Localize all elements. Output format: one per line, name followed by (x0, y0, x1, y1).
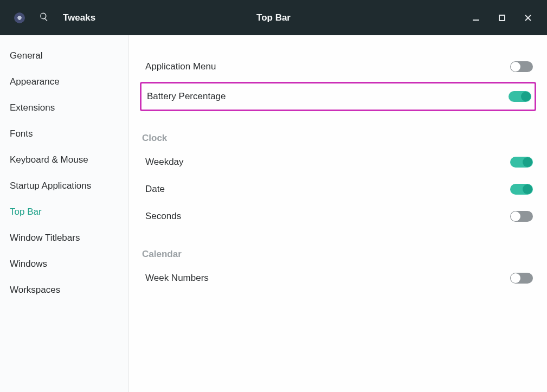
sidebar-item-top-bar[interactable]: Top Bar (0, 199, 128, 225)
sidebar-item-windows[interactable]: Windows (0, 251, 128, 277)
sidebar-item-keyboard-mouse[interactable]: Keyboard & Mouse (0, 147, 128, 173)
setting-row-weekday: Weekday (140, 150, 536, 174)
app-logo-icon (14, 12, 25, 23)
sidebar-item-label: Keyboard & Mouse (10, 155, 88, 165)
sidebar-item-label: Window Titlebars (10, 233, 80, 243)
setting-label: Weekday (145, 157, 184, 168)
sidebar-item-extensions[interactable]: Extensions (0, 95, 128, 121)
section-header-clock: Clock (140, 115, 536, 147)
sidebar-item-label: Fonts (10, 128, 33, 139)
sidebar-item-appearance[interactable]: Appearance (0, 69, 128, 95)
setting-row-battery-percentage: Battery Percentage (146, 87, 532, 106)
sidebar-item-label: Startup Applications (10, 181, 91, 191)
sidebar-item-general[interactable]: General (0, 43, 128, 69)
setting-row-date: Date (140, 177, 536, 201)
setting-label: Battery Percentage (147, 91, 226, 102)
setting-row-seconds: Seconds (140, 204, 536, 228)
svg-rect-1 (499, 15, 505, 21)
sidebar-item-label: Workspaces (10, 285, 60, 295)
setting-label: Date (145, 184, 165, 195)
sidebar-item-window-titlebars[interactable]: Window Titlebars (0, 225, 128, 251)
setting-label: Application Menu (145, 61, 216, 72)
sidebar-item-workspaces[interactable]: Workspaces (0, 277, 128, 303)
search-icon[interactable] (39, 12, 49, 24)
setting-label: Week Numbers (145, 273, 209, 284)
panel-title: Top Bar (256, 12, 291, 23)
sidebar-item-label: Top Bar (10, 207, 42, 217)
app-title: Tweaks (63, 12, 95, 23)
section-header-calendar: Calendar (140, 232, 536, 263)
toggle-weekday[interactable] (510, 157, 533, 168)
sidebar-item-startup-applications[interactable]: Startup Applications (0, 173, 128, 199)
sidebar-item-label: General (10, 50, 42, 61)
sidebar-item-label: Extensions (10, 102, 55, 113)
toggle-date[interactable] (510, 184, 533, 195)
close-button[interactable] (524, 14, 532, 22)
toggle-week-numbers[interactable] (510, 273, 533, 284)
toggle-application-menu[interactable] (510, 61, 533, 72)
sidebar-item-label: Appearance (10, 76, 60, 87)
sidebar: General Appearance Extensions Fonts Keyb… (0, 35, 129, 392)
minimize-button[interactable] (472, 14, 480, 22)
titlebar: Tweaks Top Bar (0, 0, 547, 35)
sidebar-item-label: Windows (10, 259, 47, 269)
maximize-button[interactable] (498, 14, 506, 22)
toggle-battery-percentage[interactable] (509, 91, 531, 102)
highlighted-setting: Battery Percentage (140, 82, 536, 111)
setting-row-week-numbers: Week Numbers (140, 266, 536, 290)
main-panel: Application Menu Battery Percentage Cloc… (129, 35, 547, 392)
toggle-seconds[interactable] (510, 211, 533, 222)
setting-label: Seconds (145, 211, 181, 222)
setting-row-application-menu: Application Menu (140, 55, 536, 79)
sidebar-item-fonts[interactable]: Fonts (0, 121, 128, 147)
